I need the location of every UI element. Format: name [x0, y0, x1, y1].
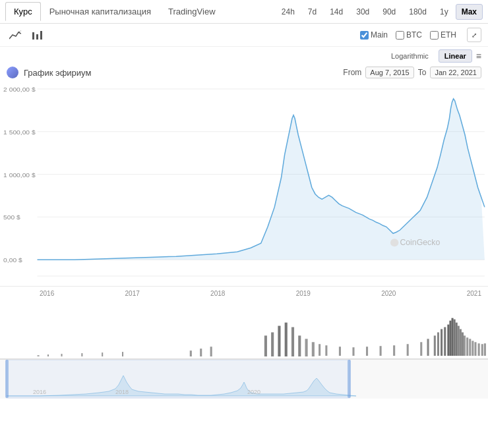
navigator-right-handle[interactable]	[348, 360, 351, 398]
svg-rect-1	[36, 34, 38, 40]
svg-rect-49	[469, 339, 471, 356]
watermark-logo	[390, 238, 398, 246]
svg-rect-50	[472, 341, 473, 356]
volume-chart-svg	[0, 300, 488, 358]
svg-rect-34	[427, 339, 429, 356]
tab-kurs[interactable]: Курс	[5, 2, 41, 21]
svg-rect-43	[456, 323, 458, 356]
svg-rect-35	[434, 335, 436, 356]
svg-rect-31	[393, 345, 395, 356]
svg-rect-38	[444, 327, 446, 356]
time-btn-14d[interactable]: 14d	[324, 4, 349, 20]
time-btn-7d[interactable]: 7d	[302, 4, 322, 20]
scale-row: Logarithmic Linear ≡	[0, 47, 488, 65]
main-checkbox[interactable]	[360, 31, 369, 40]
svg-rect-17	[264, 335, 267, 356]
top-navigation: Курс Рыночная капитализация TradingView …	[0, 0, 488, 24]
time-btn-30d[interactable]: 30d	[350, 4, 375, 20]
svg-rect-36	[437, 332, 439, 356]
x-label-2016: 2016	[40, 290, 54, 297]
menu-icon[interactable]: ≡	[476, 51, 481, 61]
time-btn-24h[interactable]: 24h	[276, 4, 301, 20]
svg-rect-40	[449, 321, 451, 356]
x-axis-labels: 2016 2017 2018 2019 2020 2021	[0, 287, 488, 300]
nav-label-2018: 2018	[115, 389, 129, 395]
tab-market-cap[interactable]: Рыночная капитализация	[41, 2, 160, 21]
svg-rect-14	[190, 350, 192, 356]
fullscreen-button[interactable]: ⤢	[467, 28, 481, 42]
watermark-text: CoinGecko	[400, 238, 440, 247]
svg-rect-46	[462, 332, 464, 356]
svg-rect-24	[312, 342, 315, 356]
vol-bar	[38, 355, 40, 356]
svg-rect-11	[81, 353, 82, 356]
time-range-bar: 24h 7d 14d 30d 90d 180d 1y Max	[276, 4, 483, 20]
y-label-500: 500 $	[3, 213, 20, 221]
svg-rect-54	[484, 343, 486, 356]
svg-rect-15	[200, 349, 202, 356]
svg-rect-18	[271, 332, 274, 356]
nav-label-2020: 2020	[247, 389, 260, 395]
navigator-svg: 2016 2018 2020	[0, 360, 488, 399]
svg-rect-0	[32, 32, 34, 40]
svg-rect-10	[61, 354, 63, 356]
x-label-2018: 2018	[210, 290, 225, 297]
main-chart-svg: 2 000,00 $ 1 500,00 $ 1 000,00 $ 500 $ 0…	[0, 82, 488, 286]
x-label-2021: 2021	[467, 290, 481, 297]
btc-checkbox[interactable]	[396, 31, 404, 40]
logarithmic-button[interactable]: Logarithmic	[385, 49, 435, 63]
time-btn-max[interactable]: Max	[456, 4, 483, 20]
svg-rect-25	[319, 344, 320, 356]
navigator-left-handle[interactable]	[5, 360, 9, 398]
to-label: To	[418, 68, 427, 77]
main-chart-area: 2 000,00 $ 1 500,00 $ 1 000,00 $ 500 $ 0…	[0, 82, 488, 287]
svg-rect-33	[420, 342, 422, 356]
svg-rect-52	[478, 343, 480, 356]
y-label-0: 0,00 $	[3, 256, 22, 264]
linear-button[interactable]: Linear	[439, 49, 472, 63]
svg-rect-51	[474, 342, 476, 356]
line-chart-icon[interactable]	[7, 28, 24, 42]
svg-rect-28	[352, 347, 354, 356]
to-date[interactable]: Jan 22, 2021	[430, 67, 481, 78]
svg-rect-32	[407, 344, 409, 356]
svg-rect-29	[366, 347, 368, 356]
navigator-area[interactable]: 2016 2018 2020	[0, 359, 488, 399]
y-label-1500: 1 500,00 $	[3, 128, 36, 136]
legend-main[interactable]: Main	[360, 30, 388, 40]
legend-btc[interactable]: BTC	[396, 30, 422, 40]
svg-rect-37	[441, 329, 442, 356]
svg-rect-30	[380, 346, 382, 356]
y-label-1000: 1 000,00 $	[3, 171, 36, 179]
time-btn-1y[interactable]: 1y	[434, 4, 454, 20]
from-date[interactable]: Aug 7, 2015	[365, 67, 413, 78]
time-btn-90d[interactable]: 90d	[377, 4, 402, 20]
chart-title: График эфириум	[24, 68, 91, 78]
svg-rect-45	[460, 329, 462, 356]
svg-rect-41	[452, 318, 454, 356]
svg-rect-44	[458, 326, 460, 356]
svg-rect-19	[278, 326, 280, 356]
eth-logo	[7, 67, 18, 78]
eth-checkbox[interactable]	[430, 31, 439, 40]
from-label: From	[343, 68, 361, 77]
bar-chart-icon[interactable]	[29, 28, 46, 42]
svg-rect-26	[325, 345, 327, 356]
svg-rect-13	[122, 352, 123, 356]
svg-rect-9	[47, 354, 49, 356]
y-label-2000: 2 000,00 $	[3, 86, 36, 93]
svg-rect-48	[466, 337, 468, 356]
svg-rect-20	[285, 323, 288, 356]
svg-rect-47	[464, 335, 466, 356]
svg-rect-53	[481, 344, 483, 356]
legend-row: Main BTC ETH ⤢	[360, 28, 481, 42]
volume-chart-area	[0, 300, 488, 359]
chart-fill-path	[38, 99, 485, 260]
legend-eth[interactable]: ETH	[430, 30, 456, 40]
navigator-selection[interactable]	[7, 360, 350, 398]
x-label-2020: 2020	[381, 290, 396, 297]
x-label-2019: 2019	[296, 290, 311, 297]
time-btn-180d[interactable]: 180d	[403, 4, 433, 20]
date-range: From Aug 7, 2015 To Jan 22, 2021	[343, 67, 481, 78]
tab-tradingview[interactable]: TradingView	[160, 2, 224, 21]
